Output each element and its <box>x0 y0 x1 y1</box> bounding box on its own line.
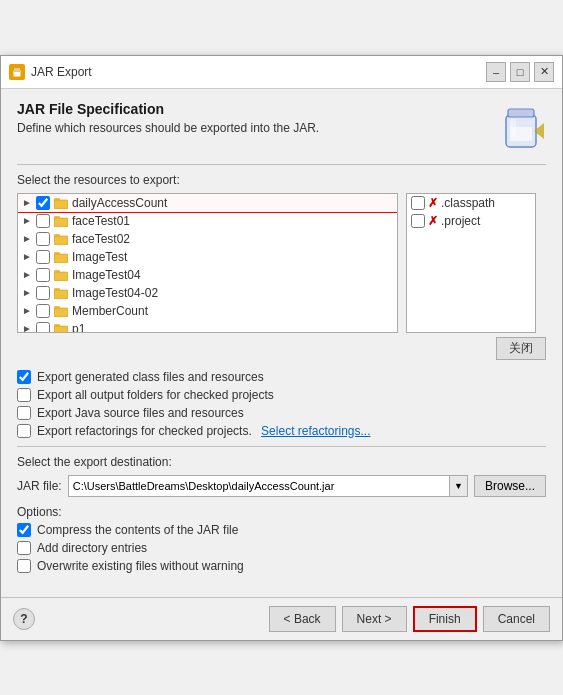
jar-path-input-wrapper[interactable]: ▼ <box>68 475 468 497</box>
tree-arrow: ► <box>22 287 36 298</box>
maximize-button[interactable]: □ <box>510 62 530 82</box>
dest-row: JAR file: ▼ Browse... <box>17 475 546 497</box>
close-btn-container: 关闭 <box>406 337 546 360</box>
close-button[interactable]: 关闭 <box>496 337 546 360</box>
tree-arrow: ► <box>22 251 36 262</box>
right-item-project[interactable]: ✗ .project <box>407 212 535 230</box>
title-bar-left: JAR Export <box>9 64 92 80</box>
svg-rect-2 <box>14 71 20 72</box>
overwrite-checkbox[interactable] <box>17 559 31 573</box>
folder-icon <box>53 303 69 319</box>
back-button[interactable]: < Back <box>269 606 336 632</box>
folder-icon <box>53 231 69 247</box>
help-button[interactable]: ? <box>13 608 35 630</box>
export-class-label: Export generated class files and resourc… <box>37 370 264 384</box>
tree-label-imagetest04-02: ImageTest04-02 <box>72 286 158 300</box>
tree-item-membercount[interactable]: ► MemberCount <box>18 302 397 320</box>
export-java-checkbox[interactable] <box>17 406 31 420</box>
overwrite-row: Overwrite existing files without warning <box>17 559 546 573</box>
tree-checkbox-imagetest04-02[interactable] <box>36 286 50 300</box>
tree-checkbox-facetest02[interactable] <box>36 232 50 246</box>
close-window-button[interactable]: ✕ <box>534 62 554 82</box>
export-class-checkbox[interactable] <box>17 370 31 384</box>
export-refactoring-label: Export refactorings for checked projects… <box>37 424 255 438</box>
tree-checkbox-facetest01[interactable] <box>36 214 50 228</box>
options-section: Options: Compress the contents of the JA… <box>17 505 546 573</box>
svg-rect-4 <box>508 109 534 117</box>
tree-item-p1[interactable]: ► p1 <box>18 320 397 333</box>
section-title: JAR File Specification <box>17 101 319 117</box>
folder-icon <box>53 321 69 333</box>
tree-arrow: ► <box>22 323 36 333</box>
tree-arrow: ► <box>22 197 36 208</box>
jar-file-label: JAR file: <box>17 479 62 493</box>
cancel-button[interactable]: Cancel <box>483 606 550 632</box>
right-tree-panel[interactable]: ✗ .classpath ✗ .project <box>406 193 536 333</box>
tree-arrow: ► <box>22 215 36 226</box>
browse-button[interactable]: Browse... <box>474 475 546 497</box>
main-content: JAR File Specification Define which reso… <box>1 89 562 589</box>
tree-item-imagetest[interactable]: ► ImageTest <box>18 248 397 266</box>
export-java-label: Export Java source files and resources <box>37 406 244 420</box>
checkbox-classpath[interactable] <box>411 196 425 210</box>
folder-icon <box>53 213 69 229</box>
next-button[interactable]: Next > <box>342 606 407 632</box>
tree-checkbox-dailyaccesscount[interactable] <box>36 196 50 210</box>
jar-path-dropdown[interactable]: ▼ <box>449 476 467 496</box>
tree-panel-row: ► dailyAccessCount ► faceTest01 <box>17 193 546 360</box>
tree-item-facetest02[interactable]: ► faceTest02 <box>18 230 397 248</box>
tree-arrow: ► <box>22 305 36 316</box>
tree-checkbox-p1[interactable] <box>36 322 50 333</box>
separator-1 <box>17 164 546 165</box>
finish-button[interactable]: Finish <box>413 606 477 632</box>
bottom-bar: ? < Back Next > Finish Cancel <box>1 597 562 640</box>
folder-icon <box>53 195 69 211</box>
x-icon-project: ✗ <box>428 214 438 228</box>
x-icon-classpath: ✗ <box>428 196 438 210</box>
svg-rect-1 <box>14 68 20 71</box>
header-row: JAR File Specification Define which reso… <box>17 101 546 156</box>
bottom-buttons: < Back Next > Finish Cancel <box>269 606 550 632</box>
export-output-checkbox[interactable] <box>17 388 31 402</box>
options-label: Options: <box>17 505 546 519</box>
jar-export-window: JAR Export – □ ✕ JAR File Specification … <box>0 55 563 641</box>
title-bar: JAR Export – □ ✕ <box>1 56 562 89</box>
tree-item-imagetest04-02[interactable]: ► ImageTest04-02 <box>18 284 397 302</box>
jar-window-icon <box>9 64 25 80</box>
destination-section: Select the export destination: JAR file:… <box>17 455 546 497</box>
jar-path-input[interactable] <box>69 476 449 496</box>
checkbox-project[interactable] <box>411 214 425 228</box>
export-refactoring-checkbox[interactable] <box>17 424 31 438</box>
left-tree-panel[interactable]: ► dailyAccessCount ► faceTest01 <box>17 193 398 333</box>
overwrite-label: Overwrite existing files without warning <box>37 559 244 573</box>
right-item-classpath[interactable]: ✗ .classpath <box>407 194 535 212</box>
minimize-button[interactable]: – <box>486 62 506 82</box>
tree-label-facetest01: faceTest01 <box>72 214 130 228</box>
folder-icon <box>53 249 69 265</box>
tree-item-dailyaccesscount[interactable]: ► dailyAccessCount <box>18 194 397 212</box>
export-options-section: Export generated class files and resourc… <box>17 370 546 438</box>
jar-illustration <box>496 101 546 156</box>
header-text: JAR File Specification Define which reso… <box>17 101 319 145</box>
project-label: .project <box>441 214 480 228</box>
tree-item-imagetest04[interactable]: ► ImageTest04 <box>18 266 397 284</box>
tree-label-p1: p1 <box>72 322 85 333</box>
select-refactorings-link[interactable]: Select refactorings... <box>261 424 370 438</box>
separator-2 <box>17 446 546 447</box>
compress-label: Compress the contents of the JAR file <box>37 523 238 537</box>
folder-icon <box>53 267 69 283</box>
right-panel-container: ✗ .classpath ✗ .project 关闭 <box>406 193 546 360</box>
dest-label: Select the export destination: <box>17 455 546 469</box>
directory-checkbox[interactable] <box>17 541 31 555</box>
tree-checkbox-imagetest[interactable] <box>36 250 50 264</box>
tree-checkbox-membercount[interactable] <box>36 304 50 318</box>
export-output-row: Export all output folders for checked pr… <box>17 388 546 402</box>
tree-item-facetest01[interactable]: ► faceTest01 <box>18 212 397 230</box>
tree-label-membercount: MemberCount <box>72 304 148 318</box>
export-output-label: Export all output folders for checked pr… <box>37 388 274 402</box>
compress-checkbox[interactable] <box>17 523 31 537</box>
tree-arrow: ► <box>22 269 36 280</box>
export-class-row: Export generated class files and resourc… <box>17 370 546 384</box>
tree-checkbox-imagetest04[interactable] <box>36 268 50 282</box>
window-controls: – □ ✕ <box>486 62 554 82</box>
